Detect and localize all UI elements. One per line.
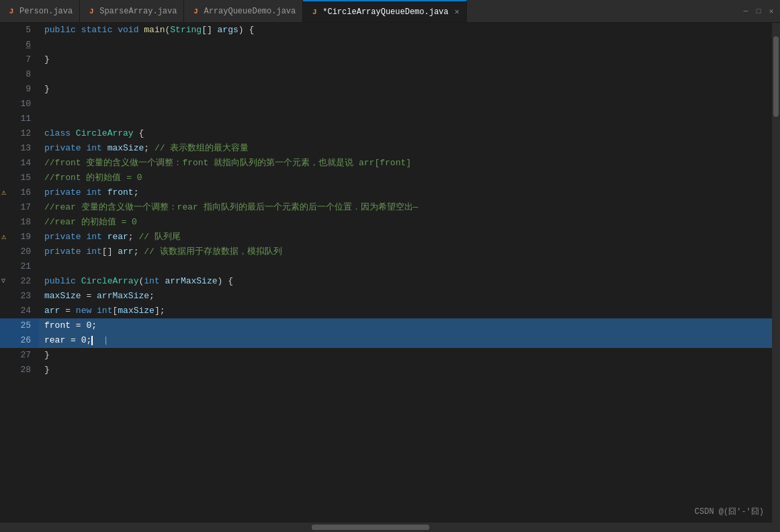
restore-button[interactable]: □ xyxy=(753,6,764,17)
line-number: 11 xyxy=(0,112,39,126)
tab-label-circlearray: *CircleArrayQueueDemo.java xyxy=(322,7,448,17)
line-number: 23 xyxy=(0,289,39,304)
line-code: } xyxy=(39,363,772,378)
line-code: public CircleArray(int arrMaxSize) { xyxy=(39,274,772,289)
table-row: 14 //front 变量的含义做一个调整：front 就指向队列的第一个元素，… xyxy=(0,156,772,171)
line-number: 9 xyxy=(0,82,39,97)
table-row-selected-25: 25 front = 0; xyxy=(0,318,772,333)
line-code: maxSize = arrMaxSize; xyxy=(39,289,772,304)
line-number: 18 xyxy=(0,215,39,230)
table-row: 21 xyxy=(0,259,772,274)
line-number: 28 xyxy=(0,363,39,378)
vertical-scrollbar[interactable] xyxy=(772,23,780,523)
line-number: 13 xyxy=(0,141,39,156)
line-code: //front 的初始值 = 0 xyxy=(39,171,772,185)
table-row: 13 private int maxSize; // 表示数组的最大容量 xyxy=(0,141,772,156)
table-row: 9 } xyxy=(0,82,772,97)
line-code: } xyxy=(39,348,772,363)
text-cursor xyxy=(91,336,93,345)
collapse-arrow-22[interactable]: ▽ xyxy=(1,274,5,289)
line-number: 10 xyxy=(0,97,39,112)
table-row: 12 class CircleArray { xyxy=(0,126,772,141)
table-row: 8 xyxy=(0,67,772,82)
tab-close-circlearray[interactable]: ✕ xyxy=(455,7,460,17)
table-row: 5 public static void main(String[] args)… xyxy=(0,23,772,38)
line-number: 14 xyxy=(0,156,39,171)
line-number: ▽22 xyxy=(0,274,39,289)
table-row: 15 //front 的初始值 = 0 xyxy=(0,171,772,185)
line-code: } xyxy=(39,52,772,67)
line-number: 7 xyxy=(0,52,39,67)
line-number: ⚠19 xyxy=(0,230,39,245)
tab-circlearray[interactable]: J *CircleArrayQueueDemo.java ✕ xyxy=(303,0,466,22)
table-row: ▽22 public CircleArray(int arrMaxSize) { xyxy=(0,274,772,289)
ide-window: J Person.java J SparseArray.java J Array… xyxy=(0,0,780,532)
line-code: arr = new int[maxSize]; xyxy=(39,304,772,318)
horizontal-scrollbar[interactable] xyxy=(0,523,780,532)
editor-container: 5 public static void main(String[] args)… xyxy=(0,23,780,523)
line-code: private int maxSize; // 表示数组的最大容量 xyxy=(39,141,772,156)
java-icon-person: J xyxy=(7,7,16,16)
line-code: private int[] arr; // 该数据用于存放数据，模拟队列 xyxy=(39,245,772,259)
tab-label-person: Person.java xyxy=(19,7,73,16)
line-number: 17 xyxy=(0,200,39,215)
table-row: 20 private int[] arr; // 该数据用于存放数据，模拟队列 xyxy=(0,245,772,259)
line-number: 5 xyxy=(0,23,39,38)
table-row: 17 //rear 变量的含义做一个调整：rear 指向队列的最后一个元素的后一… xyxy=(0,200,772,215)
line-code: private int rear; // 队列尾 xyxy=(39,230,772,245)
java-icon-sparse: J xyxy=(87,7,96,16)
line-code: front = 0; xyxy=(39,318,772,333)
line-code: //rear 的初始值 = 0 xyxy=(39,215,772,230)
table-row: 27 } xyxy=(0,348,772,363)
line-number: 25 xyxy=(0,318,39,333)
close-button[interactable]: ✕ xyxy=(766,6,777,17)
tab-label-arrayqueue: ArrayQueueDemo.java xyxy=(204,7,296,16)
java-icon-arrayqueue: J xyxy=(191,7,200,16)
table-row: 6 xyxy=(0,38,772,52)
tab-bar: J Person.java J SparseArray.java J Array… xyxy=(0,0,780,23)
tab-sparse[interactable]: J SparseArray.java xyxy=(80,0,184,22)
line-number: 26 xyxy=(0,333,39,348)
table-row: 10 xyxy=(0,97,772,112)
line-code: class CircleArray { xyxy=(39,126,772,141)
line-code: private int front; xyxy=(39,185,772,200)
line-number: 6 xyxy=(0,38,39,52)
line-code: rear = 0; | xyxy=(39,333,772,348)
h-scroll-track[interactable] xyxy=(0,523,780,532)
tab-person[interactable]: J Person.java xyxy=(0,0,80,22)
line-code: //front 变量的含义做一个调整：front 就指向队列的第一个元素，也就是… xyxy=(39,156,772,171)
line-number: 8 xyxy=(0,67,39,82)
warning-icon-19: ⚠ xyxy=(1,230,6,245)
watermark: CSDN @(囧'-'囧) xyxy=(692,504,767,519)
line-number: 24 xyxy=(0,304,39,318)
line-code xyxy=(39,67,772,82)
line-number: ⚠16 xyxy=(0,185,39,200)
minimize-button[interactable]: ─ xyxy=(740,6,751,17)
scrollbar-thumb[interactable] xyxy=(773,36,779,117)
java-icon-circlearray: J xyxy=(310,7,319,17)
line-number: 15 xyxy=(0,171,39,185)
table-row: 24 arr = new int[maxSize]; xyxy=(0,304,772,318)
h-scroll-thumb[interactable] xyxy=(312,525,429,530)
line-number: 12 xyxy=(0,126,39,141)
line-code: //rear 变量的含义做一个调整：rear 指向队列的最后一个元素的后一个位置… xyxy=(39,200,772,215)
line-code xyxy=(39,38,772,52)
window-controls: ─ □ ✕ xyxy=(740,6,780,17)
table-row: ⚠19 private int rear; // 队列尾 xyxy=(0,230,772,245)
table-row: 18 //rear 的初始值 = 0 xyxy=(0,215,772,230)
code-area[interactable]: 5 public static void main(String[] args)… xyxy=(0,23,772,523)
line-code xyxy=(39,259,772,274)
table-row: 11 xyxy=(0,112,772,126)
tab-label-sparse: SparseArray.java xyxy=(99,7,177,16)
line-code xyxy=(39,112,772,126)
line-number: 21 xyxy=(0,259,39,274)
table-row: ⚠16 private int front; xyxy=(0,185,772,200)
line-code: } xyxy=(39,82,772,97)
warning-icon-16: ⚠ xyxy=(1,185,6,200)
line-code xyxy=(39,97,772,112)
line-code: public static void main(String[] args) { xyxy=(39,23,772,38)
table-row: 28 } xyxy=(0,363,772,378)
line-number: 27 xyxy=(0,348,39,363)
table-row: 7 } xyxy=(0,52,772,67)
tab-arrayqueue[interactable]: J ArrayQueueDemo.java xyxy=(184,0,303,22)
